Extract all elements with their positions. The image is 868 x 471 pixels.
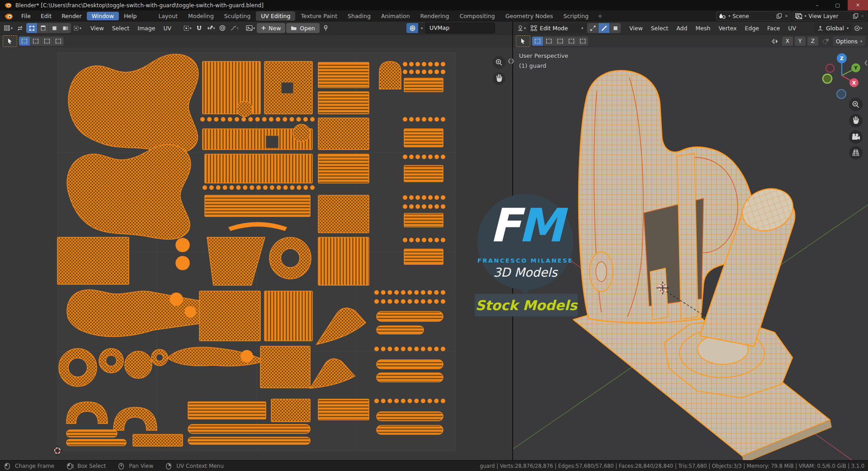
vp-menu-mesh[interactable]: Mesh [691, 24, 714, 33]
editor-type-dropdown[interactable]: ▾ [516, 23, 527, 33]
vp-perspective-button[interactable] [849, 146, 863, 160]
menu-render[interactable]: Render [57, 12, 87, 20]
uv-map-name-field[interactable]: UVMap [425, 23, 495, 33]
vp-select-op-intersect[interactable] [577, 37, 588, 46]
tab-layout[interactable]: Layout [153, 11, 183, 21]
uv-select-mode-island[interactable] [60, 23, 71, 33]
uv-map-icon[interactable] [406, 23, 418, 33]
vp-zoom-button[interactable] [849, 98, 863, 111]
view-layer-icon [795, 13, 802, 19]
pivot-point-dropdown[interactable]: ▾ [853, 23, 863, 33]
tab-sculpting[interactable]: Sculpting [219, 11, 255, 21]
new-image-button[interactable]: New [257, 23, 285, 33]
uv-canvas[interactable] [0, 47, 512, 460]
uv-snap-toggle[interactable] [193, 23, 204, 33]
uv-snap-target-dropdown[interactable]: ▾ [205, 23, 216, 33]
uv-active-tool-select-box[interactable] [3, 35, 17, 47]
tab-shading[interactable]: Shading [343, 11, 376, 21]
vp-menu-uv[interactable]: UV [784, 24, 800, 33]
tab-compositing[interactable]: Compositing [454, 11, 500, 21]
snap-options-icon[interactable] [820, 36, 831, 46]
menu-help[interactable]: Help [119, 12, 142, 20]
uv-proportional-falloff-dropdown[interactable]: ▾ [229, 23, 240, 33]
tab-rendering[interactable]: Rendering [415, 11, 454, 21]
uv-map-browse-dropdown[interactable]: ▾ [418, 23, 425, 33]
hint-label: Pan View [129, 463, 153, 469]
mirror-y-button[interactable]: Y [795, 37, 806, 46]
uv-proportional-edit-toggle[interactable] [217, 23, 228, 33]
add-workspace-button[interactable]: + [594, 13, 606, 19]
menu-edit[interactable]: Edit [36, 12, 57, 20]
minimize-button[interactable]: – [807, 0, 827, 10]
transform-orientation-dropdown[interactable]: Global ▾ [814, 23, 852, 33]
uv-menu-uv[interactable]: UV [159, 24, 175, 33]
uv-menu-image[interactable]: Image [133, 24, 159, 33]
uv-pan-button[interactable] [493, 72, 505, 85]
uv-select-mode-vertex[interactable] [26, 23, 37, 33]
vp-select-op-invert[interactable] [566, 37, 577, 46]
uv-select-mode-edge[interactable] [38, 23, 48, 33]
uv-select-op-subtract[interactable] [42, 37, 52, 46]
blender-app-menu-icon[interactable] [4, 13, 14, 20]
vp-camera-button[interactable] [849, 130, 863, 144]
menu-window[interactable]: Window [87, 12, 119, 20]
vp-select-op-extend[interactable] [543, 37, 554, 46]
collapse-arrow[interactable]: ❮ [864, 60, 868, 66]
plus-icon [261, 26, 266, 30]
vp-menu-vertex[interactable]: Vertex [714, 24, 741, 33]
mirror-x-button[interactable]: X [782, 37, 793, 46]
edit-mode-icon [531, 25, 537, 31]
view-layer-selector[interactable]: ▾ View Layer ✕ [793, 11, 867, 21]
tab-geometry-nodes[interactable]: Geometry Nodes [500, 11, 558, 21]
copy-icon[interactable] [853, 13, 859, 19]
vp-active-tool-select-box[interactable] [516, 35, 530, 47]
options-dropdown[interactable]: Options▾ [833, 36, 865, 46]
uv-select-op-extend[interactable] [30, 37, 41, 46]
svg-text:Y: Y [854, 65, 858, 71]
uv-select-op-new[interactable] [19, 37, 30, 46]
vp-menu-add[interactable]: Add [672, 24, 691, 33]
select-mode-face[interactable] [610, 23, 621, 33]
uv-sticky-select-dropdown[interactable]: ▾ [72, 23, 83, 33]
vp-menu-face[interactable]: Face [763, 24, 784, 33]
select-mode-edge[interactable] [599, 23, 609, 33]
vp-select-op-subtract[interactable] [555, 37, 566, 46]
logo-letter-f: F [489, 198, 518, 252]
vp-menu-select[interactable]: Select [647, 24, 673, 33]
copy-icon[interactable] [776, 13, 782, 19]
image-browse-dropdown[interactable]: ▾ [245, 23, 256, 33]
scene-selector[interactable]: ▾ Scene ✕ [716, 11, 791, 21]
menu-file[interactable]: File [16, 12, 36, 20]
uv-zoom-button[interactable] [493, 56, 505, 69]
mirror-z-button[interactable]: Z [807, 37, 818, 46]
vp-menu-view[interactable]: View [625, 24, 647, 33]
uv-pivot-dropdown[interactable]: ▾ [182, 23, 193, 33]
vp-pan-button[interactable] [849, 114, 863, 127]
open-image-button[interactable]: Open [286, 23, 319, 33]
tab-animation[interactable]: Animation [376, 11, 415, 21]
vp-select-op-new[interactable] [532, 37, 543, 46]
uv-select-op-invert[interactable] [53, 37, 64, 46]
window-controls: – ▢ ✕ [807, 0, 868, 10]
topbar-right: ▾ Scene ✕ ▾ View Layer [716, 11, 867, 21]
uv-menu-select[interactable]: Select [108, 24, 134, 33]
select-mode-vertex[interactable] [587, 23, 598, 33]
pin-icon[interactable] [321, 23, 331, 33]
uv-menu-view[interactable]: View [86, 24, 108, 33]
model-guard-post [677, 153, 698, 319]
maximize-button[interactable]: ▢ [827, 0, 848, 10]
tab-texture-paint[interactable]: Texture Paint [296, 11, 342, 21]
uv-editor-header: ▾ ▾ [0, 22, 512, 35]
tab-uv-editing[interactable]: UV Editing [256, 11, 295, 21]
vp-menu-edge[interactable]: Edge [741, 24, 763, 33]
editor-type-dropdown[interactable]: ▾ [3, 23, 14, 33]
remove-view-layer-icon[interactable]: ✕ [861, 14, 864, 19]
tab-modeling[interactable]: Modeling [183, 11, 219, 21]
uv-select-mode-face[interactable] [49, 23, 60, 33]
close-button[interactable]: ✕ [848, 0, 868, 10]
region-split-arrows[interactable]: ❮❯ [507, 58, 514, 64]
tab-scripting[interactable]: Scripting [558, 11, 594, 21]
unlink-scene-icon[interactable]: ✕ [784, 14, 788, 19]
mode-dropdown[interactable]: Edit Mode ▾ [528, 23, 586, 33]
uv-sync-selection-toggle[interactable] [14, 23, 25, 33]
